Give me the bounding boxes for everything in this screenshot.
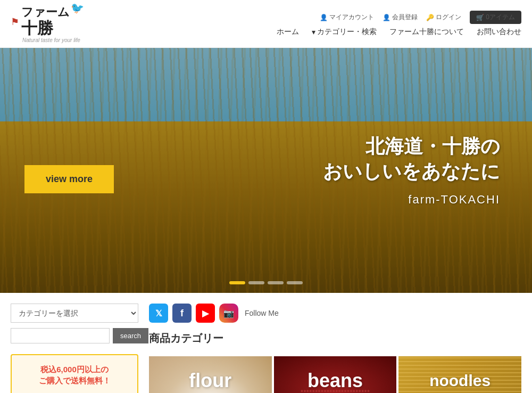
myaccount-link[interactable]: 👤 マイアカウント xyxy=(320,13,374,22)
product-card-flour[interactable]: flour 小麦粉 xyxy=(149,356,272,393)
hero-dots xyxy=(229,281,303,284)
register-link[interactable]: 👤 会員登録 xyxy=(383,13,418,22)
login-icon: 🔑 xyxy=(426,14,434,21)
main-nav: ホーム ▾ カテゴリー・検索 ファーム十勝について お問い合わせ xyxy=(277,27,521,37)
hero-section: view more 北海道・十勝の おいしいをあなたに farm-TOKACHI xyxy=(0,48,532,293)
product-card-noodles[interactable]: noodles 麺類 xyxy=(398,356,521,393)
user-icon: 👤 xyxy=(320,14,328,21)
top-nav-links: 👤 マイアカウント 👤 会員登録 🔑 ログイン 🛒 0アイテム xyxy=(320,11,521,24)
product-card-beans[interactable]: ●●●●●●●●●●●●●●●●●●●●●●●● beans 豆 xyxy=(274,356,397,393)
logo-fork-icon: ⚑ xyxy=(11,16,19,28)
hero-dot-3[interactable] xyxy=(268,281,284,284)
top-nav: 👤 マイアカウント 👤 会員登録 🔑 ログイン 🛒 0アイテム ホーム ▾ xyxy=(277,11,521,37)
social-row: 𝕏 f ▶ 📷 Follow Me xyxy=(149,304,521,323)
header: ⚑ ファーム 🐦 十勝 Natural taste for your life … xyxy=(0,0,532,48)
follow-me-text: Follow Me xyxy=(245,309,279,317)
nav-home[interactable]: ホーム xyxy=(277,27,299,37)
hero-text-block: 北海道・十勝の おいしいをあなたに farm-TOKACHI xyxy=(323,134,500,207)
search-input[interactable] xyxy=(11,328,110,343)
logo-right: ファーム 🐦 十勝 xyxy=(21,4,84,36)
search-row: search xyxy=(11,328,138,343)
instagram-icon[interactable]: 📷 xyxy=(219,304,238,323)
hero-view-more-button[interactable]: view more xyxy=(24,165,114,193)
hero-subtitle: farm-TOKACHI xyxy=(323,193,500,207)
section-title: 商品カテゴリー xyxy=(149,331,521,348)
truck-area: 🚚 xyxy=(20,390,129,393)
nav-category[interactable]: ▾ カテゴリー・検索 xyxy=(312,27,377,37)
login-link[interactable]: 🔑 ログイン xyxy=(426,13,461,22)
cart-button[interactable]: 🛒 0アイテム xyxy=(470,11,521,24)
youtube-icon[interactable]: ▶ xyxy=(196,304,215,323)
free-shipping-banner: 税込6,000円以上の ご購入で送料無料！ 🚚 FREE SHIPPING! xyxy=(11,354,138,393)
nav-about[interactable]: ファーム十勝について xyxy=(389,27,464,37)
sidebar: カテゴリーを選択 search 税込6,000円以上の ご購入で送料無料！ 🚚 … xyxy=(11,304,138,393)
hero-dot-2[interactable] xyxy=(248,281,264,284)
search-button[interactable]: search xyxy=(113,328,148,343)
register-icon: 👤 xyxy=(383,14,390,21)
shipping-title: 税込6,000円以上の ご購入で送料無料！ xyxy=(20,364,129,386)
nav-contact[interactable]: お問い合わせ xyxy=(477,27,521,37)
product-noodles-en: noodles xyxy=(429,372,491,390)
hero-dot-1[interactable] xyxy=(229,281,245,284)
product-flour-en: flour xyxy=(189,370,231,392)
logo-farm-text: ファーム xyxy=(21,4,70,20)
bird-icon: 🐦 xyxy=(71,2,84,14)
right-content: 𝕏 f ▶ 📷 Follow Me 商品カテゴリー flour 小麦粉 xyxy=(149,304,521,393)
cart-icon: 🛒 xyxy=(476,14,484,21)
logo-tokachi-text: 十勝 xyxy=(21,20,84,36)
facebook-icon[interactable]: f xyxy=(172,304,192,323)
hero-dot-4[interactable] xyxy=(287,281,303,284)
hero-title: 北海道・十勝の おいしいをあなたに xyxy=(323,134,500,184)
category-select[interactable]: カテゴリーを選択 xyxy=(11,304,138,323)
logo-subtitle: Natural taste for your life xyxy=(11,37,84,43)
truck-icon: 🚚 xyxy=(57,390,92,393)
main-content: カテゴリーを選択 search 税込6,000円以上の ご購入で送料無料！ 🚚 … xyxy=(0,293,532,393)
product-beans-en: beans xyxy=(307,370,363,392)
logo: ⚑ ファーム 🐦 十勝 Natural taste for your life xyxy=(11,4,84,43)
twitter-icon[interactable]: 𝕏 xyxy=(149,304,168,323)
logo-left: ⚑ xyxy=(11,4,19,28)
product-grid: flour 小麦粉 ●●●●●●●●●●●●●●●●●●●●●●●● beans… xyxy=(149,356,521,393)
